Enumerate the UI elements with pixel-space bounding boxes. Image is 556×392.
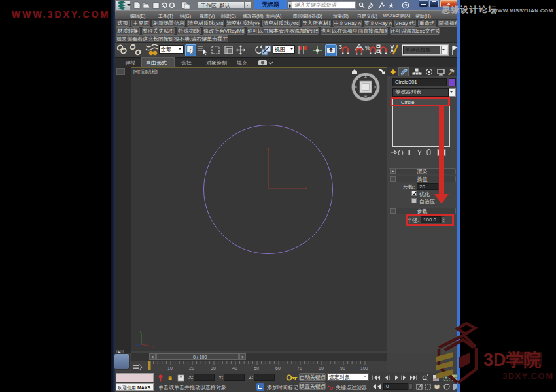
svg-text:20: 20: [189, 366, 194, 370]
svg-text:40: 40: [232, 366, 237, 370]
svg-text:60: 60: [275, 366, 281, 370]
svg-text:100: 100: [360, 366, 368, 370]
svg-text:10: 10: [167, 366, 173, 370]
svg-text:3DXY.COM: 3DXY.COM: [502, 371, 553, 381]
svg-text:80: 80: [319, 366, 324, 370]
svg-text:70: 70: [297, 366, 302, 370]
svg-text:y: y: [139, 330, 141, 333]
svg-text:90: 90: [340, 366, 345, 370]
svg-text:30: 30: [211, 366, 216, 370]
svg-text:x: x: [152, 345, 154, 349]
svg-text:3D学院: 3D学院: [483, 350, 542, 370]
svg-text:50: 50: [254, 366, 259, 370]
svg-text:%: %: [365, 44, 370, 51]
svg-text:?: ?: [404, 3, 408, 8]
svg-text:3: 3: [339, 44, 342, 50]
